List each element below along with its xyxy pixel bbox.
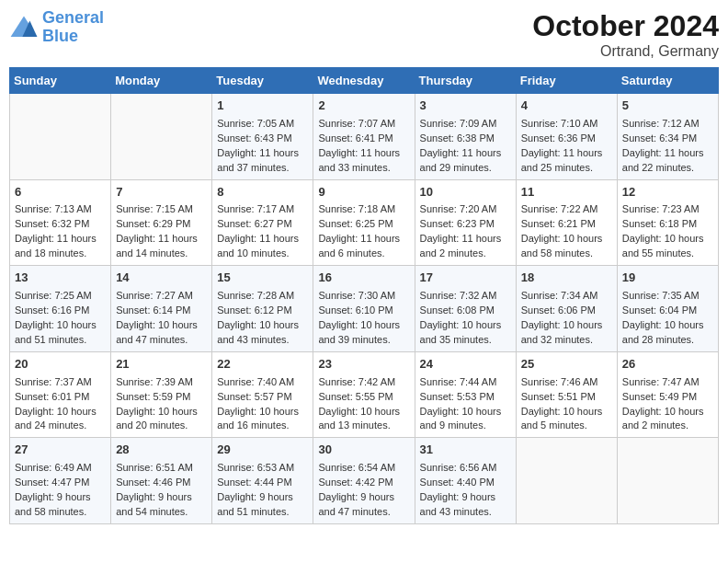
day-info-line: Sunrise: 7:23 AM	[622, 202, 713, 217]
calendar-cell: 11Sunrise: 7:22 AMSunset: 6:21 PMDayligh…	[516, 179, 617, 266]
day-info-line: Daylight: 10 hours	[217, 318, 308, 333]
day-info-line: Sunset: 6:01 PM	[15, 390, 106, 405]
day-info-line: and 20 minutes.	[116, 419, 207, 433]
day-number: 1	[217, 98, 308, 115]
calendar-cell: 1Sunrise: 7:05 AMSunset: 6:43 PMDaylight…	[212, 94, 313, 180]
day-number: 25	[521, 356, 612, 373]
day-number: 17	[420, 270, 511, 287]
calendar-cell: 24Sunrise: 7:44 AMSunset: 5:53 PMDayligh…	[415, 351, 516, 438]
calendar-cell: 27Sunrise: 6:49 AMSunset: 4:47 PMDayligh…	[10, 438, 111, 524]
day-number: 24	[420, 356, 511, 373]
day-number: 27	[15, 442, 106, 459]
day-info-line: Daylight: 11 hours	[420, 146, 511, 161]
calendar-week-row: 1Sunrise: 7:05 AMSunset: 6:43 PMDaylight…	[10, 94, 719, 180]
calendar-cell: 17Sunrise: 7:32 AMSunset: 6:08 PMDayligh…	[415, 266, 516, 352]
day-info-line: Sunset: 6:38 PM	[420, 132, 511, 146]
day-info-line: and 16 minutes.	[217, 419, 308, 433]
day-info-line: Sunrise: 7:22 AM	[521, 202, 612, 217]
calendar-cell: 6Sunrise: 7:13 AMSunset: 6:32 PMDaylight…	[10, 179, 111, 266]
day-info-line: and 35 minutes.	[420, 333, 511, 348]
day-number: 29	[217, 442, 308, 459]
calendar-cell: 29Sunrise: 6:53 AMSunset: 4:44 PMDayligh…	[212, 438, 313, 524]
day-number: 12	[622, 184, 713, 201]
day-info-line: Sunset: 6:36 PM	[521, 132, 612, 146]
calendar-cell: 8Sunrise: 7:17 AMSunset: 6:27 PMDaylight…	[212, 179, 313, 266]
day-info-line: and 28 minutes.	[622, 333, 713, 348]
day-number: 23	[318, 356, 409, 373]
day-info-line: Daylight: 11 hours	[318, 232, 409, 247]
day-info-line: Sunset: 6:06 PM	[521, 304, 612, 318]
logo-icon	[9, 15, 39, 40]
day-number: 3	[420, 98, 511, 115]
day-info-line: Sunset: 6:41 PM	[318, 132, 409, 146]
day-number: 2	[318, 98, 409, 115]
day-number: 31	[420, 442, 511, 459]
calendar-cell: 18Sunrise: 7:34 AMSunset: 6:06 PMDayligh…	[516, 266, 617, 352]
calendar-cell: 19Sunrise: 7:35 AMSunset: 6:04 PMDayligh…	[617, 266, 718, 352]
day-info-line: Sunrise: 7:28 AM	[217, 289, 308, 304]
day-info-line: Daylight: 9 hours	[217, 490, 308, 505]
day-info-line: Daylight: 10 hours	[116, 318, 207, 333]
day-info-line: Daylight: 10 hours	[116, 405, 207, 419]
day-number: 13	[15, 270, 106, 287]
day-info-line: Sunset: 4:40 PM	[420, 476, 511, 490]
day-info-line: and 24 minutes.	[15, 419, 106, 433]
calendar-week-row: 27Sunrise: 6:49 AMSunset: 4:47 PMDayligh…	[10, 438, 719, 524]
day-info-line: Sunset: 6:10 PM	[318, 304, 409, 318]
calendar-cell: 22Sunrise: 7:40 AMSunset: 5:57 PMDayligh…	[212, 351, 313, 438]
day-info-line: Sunrise: 7:46 AM	[521, 375, 612, 390]
logo: General Blue	[9, 9, 104, 46]
day-info-line: Sunset: 4:44 PM	[217, 476, 308, 490]
day-info-line: Sunrise: 6:56 AM	[420, 461, 511, 476]
day-info-line: Sunset: 6:29 PM	[116, 217, 207, 232]
day-info-line: Daylight: 9 hours	[318, 490, 409, 505]
day-info-line: Sunset: 6:27 PM	[217, 217, 308, 232]
day-info-line: Sunset: 6:16 PM	[15, 304, 106, 318]
day-info-line: Sunset: 6:23 PM	[420, 217, 511, 232]
day-info-line: and 9 minutes.	[420, 419, 511, 433]
day-info-line: Daylight: 10 hours	[318, 318, 409, 333]
day-info-line: Sunset: 6:43 PM	[217, 132, 308, 146]
day-info-line: and 6 minutes.	[318, 247, 409, 261]
day-info-line: Sunset: 6:08 PM	[420, 304, 511, 318]
day-info-line: Sunrise: 7:18 AM	[318, 202, 409, 217]
day-info-line: Sunrise: 6:51 AM	[116, 461, 207, 476]
calendar-cell	[617, 438, 718, 524]
day-info-line: and 58 minutes.	[521, 247, 612, 261]
day-number: 22	[217, 356, 308, 373]
day-number: 7	[116, 184, 207, 201]
calendar-cell: 26Sunrise: 7:47 AMSunset: 5:49 PMDayligh…	[617, 351, 718, 438]
weekday-header: Thursday	[415, 68, 516, 94]
day-info-line: Sunset: 6:18 PM	[622, 217, 713, 232]
calendar-cell	[516, 438, 617, 524]
day-number: 16	[318, 270, 409, 287]
day-info-line: Sunrise: 7:13 AM	[15, 202, 106, 217]
day-info-line: Sunset: 5:51 PM	[521, 390, 612, 405]
day-number: 9	[318, 184, 409, 201]
day-info-line: Sunset: 4:47 PM	[15, 476, 106, 490]
month-title: October 2024	[532, 9, 719, 43]
day-info-line: Daylight: 10 hours	[318, 405, 409, 419]
day-info-line: Daylight: 10 hours	[622, 405, 713, 419]
calendar-cell: 14Sunrise: 7:27 AMSunset: 6:14 PMDayligh…	[111, 266, 212, 352]
day-info-line: Daylight: 10 hours	[217, 405, 308, 419]
day-info-line: Daylight: 10 hours	[15, 405, 106, 419]
day-info-line: Daylight: 10 hours	[521, 318, 612, 333]
day-info-line: Sunrise: 7:27 AM	[116, 289, 207, 304]
day-info-line: Sunrise: 7:07 AM	[318, 117, 409, 132]
weekday-header: Tuesday	[212, 68, 313, 94]
calendar-cell: 16Sunrise: 7:30 AMSunset: 6:10 PMDayligh…	[313, 266, 415, 352]
day-info-line: Sunrise: 7:47 AM	[622, 375, 713, 390]
day-info-line: Sunrise: 7:25 AM	[15, 289, 106, 304]
day-info-line: Daylight: 10 hours	[521, 405, 612, 419]
calendar-cell: 25Sunrise: 7:46 AMSunset: 5:51 PMDayligh…	[516, 351, 617, 438]
calendar-cell: 2Sunrise: 7:07 AMSunset: 6:41 PMDaylight…	[313, 94, 415, 180]
day-info-line: Sunrise: 6:49 AM	[15, 461, 106, 476]
day-info-line: Daylight: 11 hours	[521, 146, 612, 161]
day-info-line: Sunset: 5:57 PM	[217, 390, 308, 405]
calendar-cell	[111, 94, 212, 180]
day-info-line: Daylight: 11 hours	[318, 146, 409, 161]
day-info-line: Sunset: 4:42 PM	[318, 476, 409, 490]
day-info-line: Sunrise: 6:54 AM	[318, 461, 409, 476]
day-info-line: and 10 minutes.	[217, 247, 308, 261]
